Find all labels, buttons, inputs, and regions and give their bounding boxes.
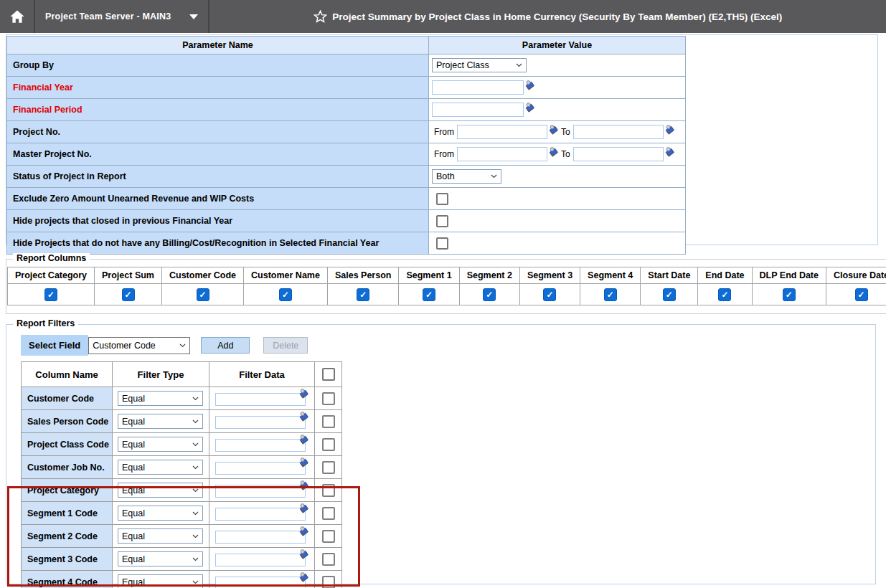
filter-type-select[interactable]: Equal: [118, 506, 203, 521]
add-button[interactable]: Add: [201, 337, 250, 354]
lookup-icon[interactable]: [298, 503, 309, 513]
param-to-input[interactable]: [573, 125, 664, 139]
column-checkbox[interactable]: ✓: [44, 288, 57, 301]
server-selector[interactable]: Project Team Server - MAIN3: [35, 0, 209, 33]
filter-check-cell: [315, 387, 342, 410]
report-column-header: Segment 1: [399, 267, 459, 284]
lookup-icon[interactable]: [524, 80, 535, 90]
lookup-icon[interactable]: [664, 146, 675, 157]
filter-column-name: Segment 3 Code: [22, 548, 113, 571]
filter-data-input[interactable]: [215, 508, 306, 521]
param-value-cell: Both: [429, 166, 686, 188]
column-checkbox[interactable]: ✓: [357, 288, 369, 301]
param-from-input[interactable]: [457, 147, 547, 161]
column-checkbox[interactable]: ✓: [543, 288, 556, 301]
param-from-input[interactable]: [457, 125, 547, 139]
filter-data-input[interactable]: [215, 393, 306, 406]
filter-row-checkbox[interactable]: [322, 576, 335, 588]
chevron-down-icon: [192, 557, 199, 561]
filter-data-input[interactable]: [215, 416, 306, 429]
filter-type-select[interactable]: Equal: [118, 574, 203, 588]
filter-select-all-header: [315, 362, 342, 387]
filter-data-input[interactable]: [215, 554, 306, 566]
filter-data-input[interactable]: [215, 462, 306, 475]
chevron-down-icon: [491, 174, 497, 179]
lookup-icon[interactable]: [298, 526, 309, 536]
param-row: Master Project No.From To: [7, 143, 686, 166]
filter-type-select[interactable]: Equal: [118, 437, 203, 452]
filter-row-checkbox[interactable]: [322, 392, 335, 405]
filter-row-checkbox[interactable]: [322, 484, 335, 497]
app-header: Project Team Server - MAIN3 Project Summ…: [0, 0, 886, 33]
param-row: Financial Period: [7, 99, 686, 121]
column-checkbox[interactable]: ✓: [855, 288, 868, 301]
column-checkbox[interactable]: ✓: [663, 288, 676, 301]
lookup-icon[interactable]: [548, 124, 559, 135]
filter-data-input[interactable]: [215, 531, 306, 544]
param-input[interactable]: [432, 80, 524, 95]
delete-button[interactable]: Delete: [263, 337, 308, 354]
lookup-icon[interactable]: [298, 434, 309, 445]
lookup-icon[interactable]: [298, 411, 309, 422]
lookup-icon[interactable]: [548, 146, 559, 157]
filter-row-checkbox[interactable]: [322, 438, 335, 451]
filter-type-select[interactable]: Equal: [118, 483, 203, 498]
filter-column-name: Segment 1 Code: [22, 502, 113, 525]
filter-check-cell: [315, 456, 342, 479]
chevron-down-icon: [192, 419, 199, 424]
filter-data-input[interactable]: [215, 485, 306, 498]
filter-type-select-value: Equal: [122, 394, 145, 404]
select-all-checkbox[interactable]: [322, 368, 335, 381]
report-column-cell: ✓: [95, 284, 162, 305]
param-select[interactable]: Project Class: [432, 58, 527, 72]
lookup-icon[interactable]: [298, 457, 309, 468]
filter-type-cell: Equal: [113, 502, 209, 525]
column-checkbox[interactable]: ✓: [483, 288, 496, 301]
filter-type-select[interactable]: Equal: [118, 551, 203, 566]
filter-row-checkbox[interactable]: [322, 553, 335, 566]
parameters-table: Parameter Name Parameter Value Group ByP…: [6, 36, 686, 255]
lookup-icon[interactable]: [298, 549, 309, 559]
filter-row-checkbox[interactable]: [322, 415, 335, 428]
home-button[interactable]: [0, 0, 35, 33]
filter-data-input[interactable]: [215, 439, 306, 452]
lookup-icon[interactable]: [664, 124, 675, 135]
filter-check-cell: [315, 502, 342, 525]
param-to-input[interactable]: [573, 147, 664, 161]
filter-row-checkbox[interactable]: [322, 530, 335, 543]
column-checkbox[interactable]: ✓: [197, 288, 209, 301]
param-select[interactable]: Both: [432, 169, 501, 184]
filter-row-checkbox[interactable]: [322, 461, 335, 474]
column-checkbox[interactable]: ✓: [279, 288, 292, 301]
param-input[interactable]: [432, 103, 524, 117]
column-checkbox[interactable]: ✓: [783, 288, 796, 301]
filter-type-select[interactable]: Equal: [118, 391, 203, 406]
param-checkbox[interactable]: [436, 193, 448, 205]
column-checkbox[interactable]: ✓: [718, 288, 731, 301]
filter-type-select[interactable]: Equal: [118, 460, 203, 475]
from-label: From: [434, 149, 454, 159]
filter-data-input[interactable]: [215, 577, 306, 588]
filter-data-cell: [209, 502, 315, 525]
column-checkbox[interactable]: ✓: [122, 288, 135, 301]
filter-type-select[interactable]: Equal: [118, 414, 203, 429]
param-name: Master Project No.: [7, 143, 429, 166]
lookup-icon[interactable]: [298, 480, 309, 490]
filter-type-select[interactable]: Equal: [118, 528, 203, 544]
title-area: Project Summary by Project Class in Home…: [209, 0, 886, 33]
star-icon[interactable]: [314, 10, 327, 23]
lookup-icon[interactable]: [524, 102, 535, 113]
filter-row-checkbox[interactable]: [322, 507, 335, 520]
param-row: Status of Project in ReportBoth: [7, 166, 686, 188]
param-value-header: Parameter Value: [429, 37, 686, 54]
param-checkbox[interactable]: [436, 215, 448, 227]
param-name: Financial Year: [7, 77, 429, 99]
lookup-icon[interactable]: [298, 388, 309, 399]
report-column-cell: ✓: [698, 284, 752, 305]
lookup-icon[interactable]: [298, 572, 309, 582]
column-checkbox[interactable]: ✓: [604, 288, 617, 301]
param-checkbox[interactable]: [436, 237, 448, 250]
filter-row: Project Class CodeEqual: [22, 433, 342, 456]
select-field-dropdown[interactable]: Customer Code: [88, 337, 190, 354]
column-checkbox[interactable]: ✓: [423, 288, 435, 301]
